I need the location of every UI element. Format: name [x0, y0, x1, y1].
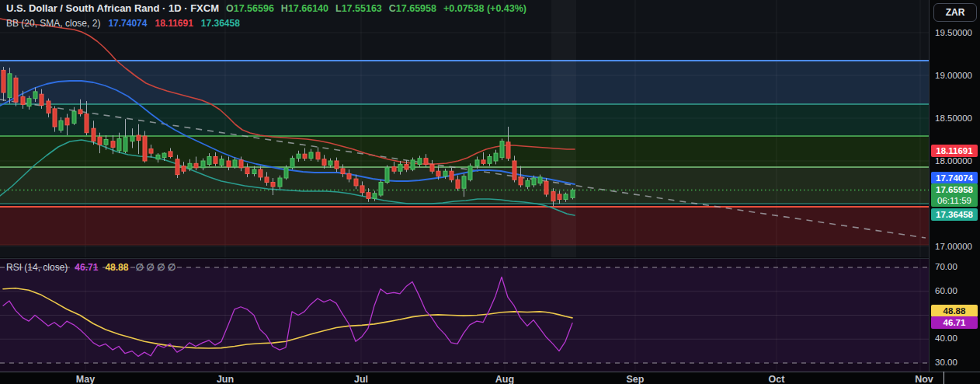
trading-chart-window: U.S. Dollar / South African Rand · 1D · … [0, 0, 980, 384]
rsi-indicator-label[interactable]: RSI (14, close) [6, 262, 68, 273]
low-value: L17.55163 [335, 3, 382, 14]
month-label: Aug [495, 374, 514, 384]
rsi-indicator-legend: RSI (14, close)46.7148.88∅ ∅ ∅ ∅ [6, 262, 175, 273]
price-axis[interactable]: ZAR 19.5000019.0000018.5000018.0000017.0… [929, 0, 980, 372]
currency-toggle-button[interactable]: ZAR [933, 3, 977, 22]
axis-price-badge: 48.88 [931, 305, 978, 317]
time-axis[interactable]: MayJunJulAugSepOctNov [0, 372, 980, 384]
axis-price-badge: 17.74074 [931, 172, 978, 184]
high-value: H17.66140 [281, 3, 328, 14]
candle [385, 166, 389, 184]
close-value: C17.65958 [389, 3, 436, 14]
open-value: O17.56596 [226, 3, 274, 14]
month-label: Jun [217, 374, 234, 384]
rsi-pane[interactable]: RSI (14, close)46.7148.88∅ ∅ ∅ ∅ [0, 258, 929, 372]
month-label: Nov [915, 374, 933, 384]
rsi-chart-canvas[interactable] [0, 259, 929, 372]
price-pane[interactable]: U.S. Dollar / South African Rand · 1D · … [0, 0, 929, 257]
axis-price-badge: 17.36458 [931, 208, 978, 221]
candle [143, 131, 147, 163]
axis-tick-label: 18.00000 [935, 155, 972, 166]
candle [379, 180, 383, 197]
symbol-legend: U.S. Dollar / South African Rand · 1D · … [6, 2, 526, 14]
candle [14, 75, 18, 106]
rsi-empty-values: ∅ ∅ ∅ ∅ [135, 262, 175, 273]
axis-price-badge: 17.6595806:11:59 [931, 183, 978, 207]
axis-tick-label: 30.00 [935, 357, 957, 368]
candle [468, 163, 472, 181]
candle [284, 166, 288, 180]
candle [571, 188, 575, 199]
symbol-title[interactable]: U.S. Dollar / South African Rand · 1D · … [6, 2, 219, 14]
candle [500, 138, 504, 160]
price-chart-canvas[interactable] [0, 0, 929, 257]
axis-tick-label: 19.50000 [935, 27, 972, 38]
axis-tick-label: 17.00000 [935, 241, 972, 252]
axis-tick-label: 70.00 [935, 261, 957, 272]
axis-price-badge: 18.11691 [931, 145, 978, 157]
rsi-ma-value: 48.88 [105, 262, 128, 273]
bb-lower-value: 17.36458 [201, 18, 240, 29]
axis-tick-label: 19.00000 [935, 70, 972, 81]
axis-price-badge: 46.71 [931, 316, 978, 329]
bb-upper-value: 18.11691 [155, 18, 193, 29]
sr-zone [0, 61, 929, 104]
month-label: May [76, 374, 95, 384]
axis-tick-label: 40.00 [935, 333, 957, 344]
month-label: Jul [354, 374, 368, 384]
month-label: Sep [627, 374, 645, 384]
rsi-value: 46.71 [75, 262, 98, 273]
axis-tick-label: 18.50000 [935, 113, 972, 124]
bb-indicator-legend: BB (20, SMA, close, 2)17.7407418.1169117… [6, 18, 240, 29]
month-label: Oct [769, 374, 785, 384]
sr-zone [0, 207, 929, 245]
bb-indicator-label[interactable]: BB (20, SMA, close, 2) [6, 18, 100, 29]
bb-basis-value: 17.74074 [108, 18, 147, 29]
axis-tick-label: 60.00 [935, 285, 957, 296]
axis-corner-divider [944, 372, 944, 384]
change-value: +0.07538 (+0.43%) [443, 3, 526, 14]
